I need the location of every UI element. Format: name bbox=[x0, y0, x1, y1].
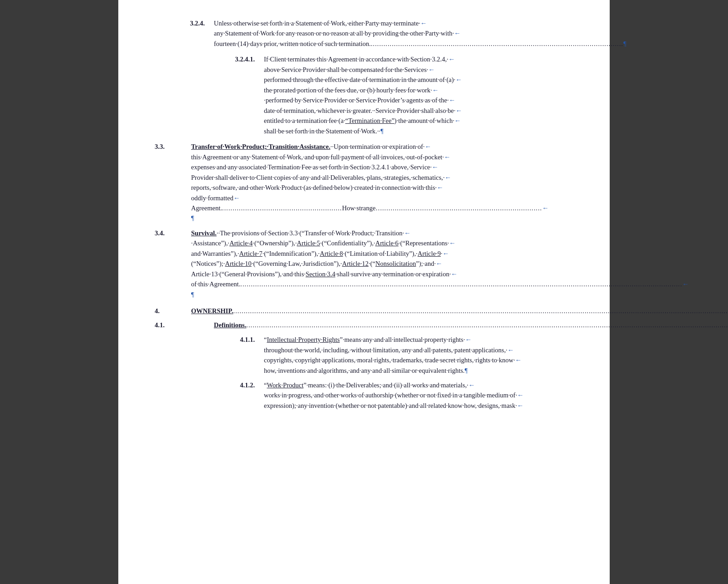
para-411: ¶ bbox=[465, 367, 468, 374]
document-content: 3.2.4. Unless·otherwise·set·forth·in·a·S… bbox=[155, 18, 573, 411]
section-num-41: 4.1. bbox=[155, 320, 214, 330]
article-9-ref: Article·9 bbox=[418, 250, 441, 257]
return-arrow-34e: ← bbox=[451, 270, 458, 278]
para-3241: ¶ bbox=[380, 127, 384, 135]
section-33: 3.3. Transfer·of·Work·Product;·Transitio… bbox=[155, 142, 573, 223]
section-4-content: OWNERSHIP...............................… bbox=[191, 306, 728, 316]
dots-4: ........................................… bbox=[233, 307, 728, 315]
return-arrow-34f: ← bbox=[682, 280, 689, 288]
section-num-411: 4.1.1. bbox=[155, 335, 264, 376]
section-num-34: 3.4. bbox=[155, 228, 191, 300]
return-arrow-34b: ← bbox=[449, 239, 456, 247]
return-arrow-3241g: ← bbox=[455, 117, 461, 124]
section-41-content: Definitions.............................… bbox=[214, 320, 728, 330]
return-arrow-33d: ← bbox=[445, 174, 451, 181]
section-41: 4.1. Definitions........................… bbox=[155, 320, 573, 330]
return-arrow-324b: ← bbox=[454, 30, 461, 37]
section-num-4: 4. bbox=[155, 306, 191, 316]
article-12-ref: Article·12 bbox=[342, 260, 369, 267]
article-7-ref: Article·7 bbox=[239, 250, 263, 257]
section-412-text: “Work·Product”·means:·(i)·the·Deliverabl… bbox=[264, 380, 573, 411]
section-34-content: Survival.··The·provisions·of·Section·3.3… bbox=[191, 228, 689, 300]
article-10-ref: Article·10 bbox=[225, 260, 251, 267]
return-arrow-3241d: ← bbox=[432, 86, 439, 94]
section-411-text: “Intellectual·Property·Rights”·means·any… bbox=[264, 335, 573, 376]
dots-33b: ........................................… bbox=[382, 204, 542, 212]
section-411: 4.1.1. “Intellectual·Property·Rights”·me… bbox=[155, 335, 573, 376]
return-arrow-34a: ← bbox=[404, 229, 411, 237]
dots-33a: ........................................… bbox=[222, 204, 342, 212]
return-arrow-411b: ← bbox=[507, 346, 514, 354]
return-arrow-324a: ← bbox=[420, 20, 427, 27]
section-num-33: 3.3. bbox=[155, 142, 191, 223]
para-34: ¶ bbox=[191, 291, 194, 298]
return-arrow-3241c: ← bbox=[455, 76, 462, 83]
document-page: 3.2.4. Unless·otherwise·set·forth·in·a·S… bbox=[118, 0, 610, 584]
section-4: 4. OWNERSHIP............................… bbox=[155, 306, 573, 316]
return-arrow-33e: ← bbox=[437, 184, 444, 191]
return-arrow-3241e: ← bbox=[449, 96, 455, 104]
article-5-ref: Article·5 bbox=[297, 239, 320, 247]
para-324: ¶ bbox=[623, 40, 627, 47]
section-num-412: 4.1.2. bbox=[155, 380, 264, 411]
return-arrow-34c: ← bbox=[442, 250, 449, 257]
article-4-ref: Article·4 bbox=[229, 239, 253, 247]
article-8-ref: Article·8 bbox=[320, 250, 343, 257]
return-arrow-411c: ← bbox=[515, 356, 522, 364]
termination-fee-ref: “Termination·Fee” bbox=[345, 117, 394, 124]
section-41-title: Definitions. bbox=[214, 321, 246, 329]
section-34-self-ref: Section·3.4 bbox=[306, 270, 335, 278]
return-arrow-3241f: ← bbox=[455, 107, 462, 114]
nonsolicitation-ref: Nonsolicitation bbox=[375, 260, 416, 267]
return-arrow-33b: ← bbox=[444, 153, 451, 161]
return-arrow-34d: ← bbox=[436, 260, 443, 267]
return-arrow-3241a: ← bbox=[448, 56, 455, 63]
return-arrow-33f: ← bbox=[233, 194, 240, 202]
return-arrow-412a: ← bbox=[468, 381, 475, 389]
section-33-content: Transfer·of·Work·Product;·Transition·Ass… bbox=[191, 142, 573, 223]
section-3241: 3.2.4.1. If·Client·terminates·this·Agree… bbox=[155, 54, 573, 136]
return-arrow-412b: ← bbox=[517, 391, 524, 399]
dots-41: ........................................… bbox=[246, 321, 728, 329]
dots-324: ........................................… bbox=[371, 40, 623, 47]
section-324: 3.2.4. Unless·otherwise·set·forth·in·a·S… bbox=[155, 18, 573, 49]
section-4-title: OWNERSHIP. bbox=[191, 307, 233, 315]
para-33: ¶ bbox=[191, 214, 194, 222]
return-arrow-33a: ← bbox=[425, 143, 432, 150]
section-412: 4.1.2. “Work·Product”·means:·(i)·the·Del… bbox=[155, 380, 573, 411]
dots-34: ........................................… bbox=[240, 280, 682, 288]
section-num-324: 3.2.4. bbox=[155, 18, 214, 49]
work-product-ref: Work·Product bbox=[267, 381, 303, 389]
return-arrow-33c: ← bbox=[432, 163, 439, 171]
section-33-title: Transfer·of·Work·Product;·Transition·Ass… bbox=[191, 143, 330, 150]
return-arrow-33g: ← bbox=[542, 204, 549, 212]
article-6-ref: Article·6 bbox=[375, 239, 399, 247]
ip-rights-ref: Intellectual·Property·Rights bbox=[267, 336, 339, 343]
section-34: 3.4. Survival.··The·provisions·of·Sectio… bbox=[155, 228, 573, 300]
return-arrow-3241b: ← bbox=[428, 66, 435, 73]
section-324-text: Unless·otherwise·set·forth·in·a·Statemen… bbox=[214, 18, 626, 49]
section-3241-text: If·Client·terminates·this·Agreement·in·a… bbox=[264, 54, 573, 136]
return-arrow-411a: ← bbox=[465, 336, 472, 343]
return-arrow-412c: ← bbox=[517, 402, 524, 409]
section-num-3241: 3.2.4.1. bbox=[155, 54, 264, 136]
section-34-title: Survival. bbox=[191, 229, 217, 237]
